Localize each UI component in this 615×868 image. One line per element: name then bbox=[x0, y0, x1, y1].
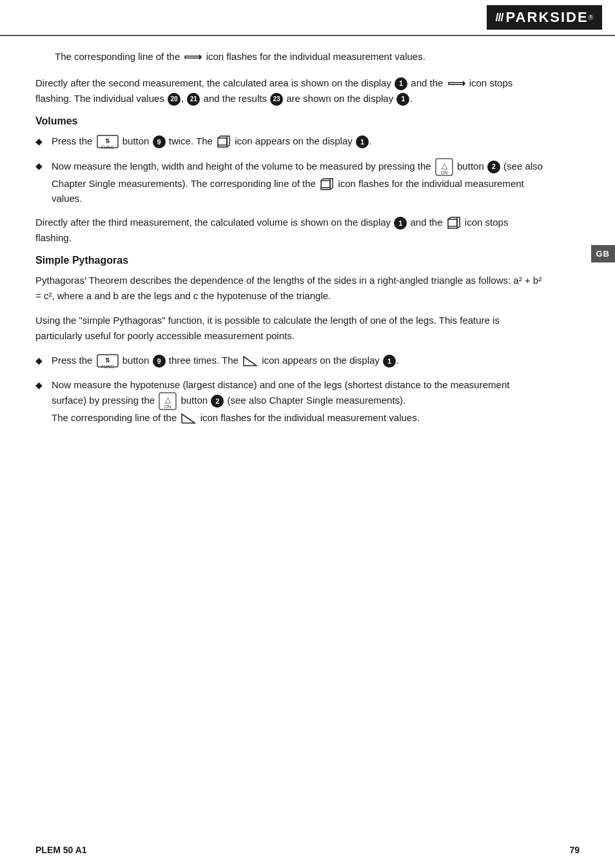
logo-reg: ® bbox=[589, 14, 593, 21]
svg-rect-7 bbox=[218, 138, 227, 147]
svg-text:FUNC: FUNC bbox=[101, 364, 113, 369]
diamond-icon-1: ◆ bbox=[35, 135, 43, 149]
para-volume-result: Directly after the third measurement, th… bbox=[35, 215, 545, 246]
pythagoras-bullet-2-text: Now measure the hypotenuse (largest dist… bbox=[52, 377, 545, 426]
intro-text-2: icon flashes for the individual measurem… bbox=[206, 51, 425, 62]
logo-name: PARKSIDE bbox=[506, 9, 589, 26]
cube-icon-3 bbox=[447, 217, 461, 230]
svg-rect-13 bbox=[321, 181, 330, 190]
svg-text:△: △ bbox=[441, 161, 447, 170]
para-area-result: Directly after the second measurement, t… bbox=[35, 75, 545, 106]
pythagoras-icon-1 bbox=[242, 355, 258, 367]
flat-arrow-icon-2 bbox=[447, 79, 465, 88]
circle-1b: 1 bbox=[396, 93, 409, 106]
circle-1: 1 bbox=[395, 77, 407, 90]
circle-20: 20 bbox=[168, 93, 181, 106]
pythagoras-bullet-1-text: Press the ⇅ FUNC button 9 three times. T… bbox=[52, 353, 545, 370]
circle-2b: 2 bbox=[211, 395, 224, 408]
svg-text:ON: ON bbox=[164, 404, 171, 409]
svg-text:⇅: ⇅ bbox=[105, 357, 110, 364]
circle-1c: 1 bbox=[356, 135, 369, 148]
svg-text:ON: ON bbox=[441, 170, 448, 175]
cube-icon-2 bbox=[320, 178, 334, 191]
flat-arrow-icon bbox=[184, 53, 202, 62]
svg-rect-16 bbox=[448, 219, 457, 228]
svg-text:△: △ bbox=[165, 395, 171, 404]
logo-slashes: /// bbox=[496, 11, 503, 25]
diamond-icon-2: ◆ bbox=[35, 159, 43, 173]
svg-rect-0 bbox=[185, 56, 200, 58]
svg-text:⇅: ⇅ bbox=[105, 138, 110, 144]
svg-rect-2 bbox=[449, 83, 464, 84]
volumes-bullets: ◆ Press the ⇅ FUNC button 9 twice. The bbox=[35, 133, 545, 206]
pythagoras-title: Simple Pythagoras bbox=[35, 255, 545, 266]
circle-21: 21 bbox=[187, 93, 200, 106]
pythagoras-icon-2 bbox=[181, 413, 196, 424]
footer-page-number: 79 bbox=[569, 845, 580, 855]
pythagoras-bullets: ◆ Press the ⇅ FUNC button 9 three times.… bbox=[35, 353, 545, 425]
volumes-bullet-2-text: Now measure the length, width and height… bbox=[52, 158, 545, 206]
circle-9a: 9 bbox=[153, 135, 166, 148]
diamond-icon-3: ◆ bbox=[35, 354, 43, 368]
svg-marker-3 bbox=[463, 81, 465, 86]
intro-text-1: The corresponding line of the bbox=[55, 51, 182, 62]
gb-language-tab: GB bbox=[591, 245, 616, 262]
measure-button-icon: △ ON bbox=[435, 158, 453, 176]
diamond-icon-4: ◆ bbox=[35, 379, 43, 393]
circle-23: 23 bbox=[270, 93, 283, 106]
pythagoras-para2: Using the "simple Pythagoras" function, … bbox=[35, 313, 545, 344]
page-header: /// PARKSIDE® bbox=[0, 0, 615, 36]
func-button-icon: ⇅ FUNC bbox=[97, 134, 119, 150]
func-button-icon-2: ⇅ FUNC bbox=[97, 353, 119, 370]
circle-1d: 1 bbox=[394, 217, 407, 230]
pythagoras-bullet-2: ◆ Now measure the hypotenuse (largest di… bbox=[35, 377, 545, 426]
volumes-title: Volumes bbox=[35, 115, 545, 127]
pythagoras-para1: Pythagoras' Theorem describes the depend… bbox=[35, 273, 545, 304]
volumes-bullet-1: ◆ Press the ⇅ FUNC button 9 twice. The bbox=[35, 133, 545, 150]
intro-block: The corresponding line of the icon flash… bbox=[35, 49, 545, 64]
volumes-bullet-2: ◆ Now measure the length, width and heig… bbox=[35, 158, 545, 206]
footer-model: PLEM 50 A1 bbox=[35, 845, 87, 855]
svg-text:FUNC: FUNC bbox=[101, 145, 113, 150]
volumes-bullet-1-text: Press the ⇅ FUNC button 9 twice. The bbox=[52, 133, 545, 150]
parkside-logo: /// PARKSIDE® bbox=[487, 5, 602, 30]
page-footer: PLEM 50 A1 79 bbox=[0, 845, 615, 855]
circle-1e: 1 bbox=[383, 355, 396, 368]
cube-icon-1 bbox=[217, 135, 231, 148]
circle-2a: 2 bbox=[487, 161, 500, 173]
pythagoras-bullet-1: ◆ Press the ⇅ FUNC button 9 three times.… bbox=[35, 353, 545, 370]
svg-marker-1 bbox=[199, 54, 202, 60]
main-content: The corresponding line of the icon flash… bbox=[0, 36, 580, 447]
measure-button-icon-2: △ ON bbox=[159, 392, 177, 410]
circle-9b: 9 bbox=[153, 355, 166, 368]
